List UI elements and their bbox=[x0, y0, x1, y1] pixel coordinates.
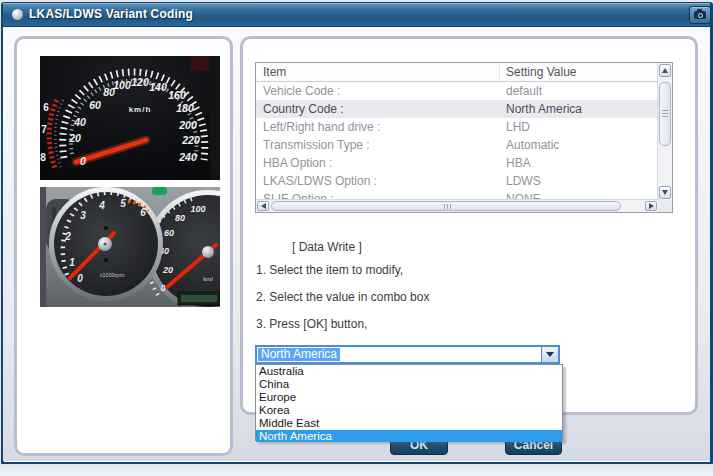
gauge-label: 180 bbox=[176, 102, 194, 114]
gauge-label: 1 bbox=[69, 257, 75, 268]
gauge-label: 160 bbox=[168, 89, 186, 101]
combo-dropdown-list: Australia China Europe Korea Middle East… bbox=[255, 364, 563, 441]
gauge-label: 80 bbox=[175, 213, 185, 223]
gauge-label: 60 bbox=[89, 99, 101, 111]
gauge-label: 0 bbox=[80, 155, 86, 167]
gauge-unit: km/h bbox=[129, 105, 152, 114]
speedometer-image: 0 20 40 60 80 100 120 140 160 180 200 22… bbox=[40, 56, 220, 180]
table-row[interactable]: Transmission Type : Automatic bbox=[256, 136, 658, 154]
gauge-label: 120 bbox=[131, 76, 149, 88]
capture-button[interactable] bbox=[689, 6, 711, 24]
gauge-label: 200 bbox=[178, 119, 197, 131]
combo-selected-value: North America bbox=[258, 348, 340, 361]
window-title: LKAS/LDWS Variant Coding bbox=[29, 7, 193, 21]
table-row[interactable]: LKAS/LDWS Option : LDWS bbox=[256, 172, 658, 190]
dropdown-option[interactable]: Korea bbox=[256, 404, 562, 417]
instruction-step-1: 1. Select the item to modify, bbox=[256, 263, 403, 277]
gauge-label: 5 bbox=[120, 198, 126, 209]
window-bottom-edge bbox=[0, 464, 713, 476]
gauge-label: 6 bbox=[140, 207, 146, 218]
gauge-label: 60 bbox=[164, 228, 174, 238]
gauge-label: 20 bbox=[68, 132, 81, 144]
gauge-label: 100 bbox=[113, 79, 131, 91]
gauge-unit: km/ bbox=[203, 276, 213, 282]
gauge-label: 220 bbox=[181, 134, 200, 146]
table-content: Item Setting Value Vehicle Code : defaul… bbox=[256, 63, 658, 200]
gauge-unit: x1000rpm bbox=[100, 272, 125, 278]
instructions-heading: [ Data Write ] bbox=[292, 240, 362, 254]
arrow-up-icon[interactable] bbox=[659, 64, 671, 77]
gauge-label: 0 bbox=[160, 283, 165, 293]
gauge-label: 240 bbox=[178, 151, 197, 163]
table-header: Item Setting Value bbox=[256, 63, 658, 82]
dropdown-option[interactable]: Europe bbox=[256, 391, 562, 404]
gauge-cluster-image: 0 20 40 60 80 100 km/ 0 1 2 3 4 5 6 x100… bbox=[40, 187, 220, 307]
gauge-label: 8 bbox=[40, 152, 46, 163]
gauge-label: 3 bbox=[80, 210, 86, 221]
combo-dropdown-button[interactable] bbox=[541, 347, 558, 362]
table-row[interactable]: Vehicle Code : default bbox=[256, 82, 658, 100]
table-row-selected[interactable]: Country Code : North America bbox=[256, 100, 658, 118]
country-combo-box[interactable]: North America bbox=[255, 345, 560, 364]
table-row[interactable]: Left/Right hand drive : LHD bbox=[256, 118, 658, 136]
screen: LKAS/LDWS Variant Coding 0 20 40 60 8 bbox=[0, 0, 713, 476]
gauge-label: 40 bbox=[73, 116, 86, 128]
dropdown-option[interactable]: China bbox=[256, 378, 562, 391]
gauge-label: 20 bbox=[162, 265, 173, 275]
arrow-right-icon[interactable] bbox=[645, 201, 657, 211]
gauge-label: 6 bbox=[43, 102, 49, 113]
vertical-scrollbar-thumb[interactable] bbox=[659, 82, 671, 146]
gauge-label: 7 bbox=[41, 124, 47, 135]
titlebar: LKAS/LDWS Variant Coding bbox=[3, 3, 710, 27]
vertical-scrollbar[interactable] bbox=[657, 63, 672, 200]
gauge-label: 140 bbox=[149, 81, 167, 93]
app-sphere-icon bbox=[12, 9, 23, 20]
gauge-label: 100 bbox=[190, 204, 205, 214]
arrow-left-icon[interactable] bbox=[257, 201, 269, 211]
gauge-label: 0 bbox=[77, 273, 83, 284]
column-header-item: Item bbox=[263, 65, 286, 79]
settings-table[interactable]: Item Setting Value Vehicle Code : defaul… bbox=[255, 62, 673, 213]
table-row[interactable]: HBA Option : HBA bbox=[256, 154, 658, 172]
scrollbar-corner bbox=[658, 200, 672, 212]
dropdown-option-highlighted[interactable]: North America bbox=[256, 430, 562, 442]
dropdown-option[interactable]: Middle East bbox=[256, 417, 562, 430]
horizontal-scrollbar[interactable] bbox=[256, 199, 658, 212]
instruction-step-2: 2. Select the value in combo box bbox=[256, 290, 429, 304]
horizontal-scrollbar-thumb[interactable] bbox=[271, 201, 621, 211]
chevron-down-icon bbox=[546, 352, 554, 357]
instruction-step-3: 3. Press [OK] button, bbox=[256, 317, 367, 331]
column-header-setting-value: Setting Value bbox=[506, 63, 577, 81]
gauge-label: 4 bbox=[98, 200, 105, 211]
dropdown-option[interactable]: Australia bbox=[256, 365, 562, 378]
arrow-down-icon[interactable] bbox=[659, 186, 671, 199]
gauge-label: 2 bbox=[64, 231, 71, 242]
